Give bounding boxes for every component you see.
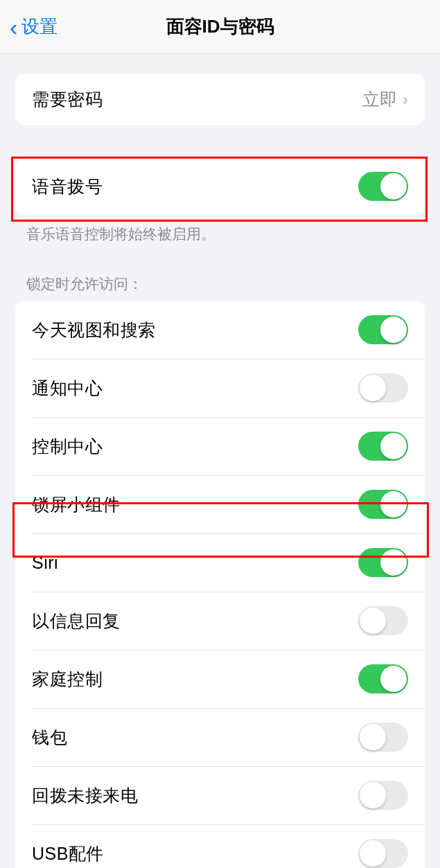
usb-accessories-row: USB配件 (15, 824, 425, 868)
notification-center-row: 通知中心 (15, 359, 425, 417)
message-reply-label: 以信息回复 (32, 610, 121, 632)
switch-knob (380, 549, 407, 576)
switch-knob (380, 666, 407, 692)
switch-knob (380, 317, 407, 343)
lock-widgets-label: 锁屏小组件 (32, 493, 121, 516)
callback-label: 回拨未接来电 (32, 784, 138, 807)
page-title: 面容ID与密码 (166, 15, 274, 39)
voice-dial-group: 语音拨号 (15, 157, 425, 215)
back-button[interactable]: ‹ 设置 (0, 15, 58, 39)
message-reply-row: 以信息回复 (15, 592, 425, 650)
home-control-label: 家庭控制 (32, 668, 103, 691)
usb-accessories-switch[interactable] (358, 839, 408, 868)
message-reply-switch[interactable] (358, 606, 408, 635)
switch-knob (380, 433, 407, 459)
notification-center-label: 通知中心 (32, 377, 103, 400)
siri-switch[interactable] (358, 548, 408, 577)
switch-knob (380, 491, 407, 517)
require-passcode-group: 需要密码 立即 › (15, 73, 425, 125)
home-control-row: 家庭控制 (15, 650, 425, 708)
voice-dial-row: 语音拨号 (15, 157, 425, 215)
require-passcode-row[interactable]: 需要密码 立即 › (15, 73, 425, 125)
callback-row: 回拨未接来电 (15, 766, 425, 824)
control-center-switch[interactable] (358, 432, 408, 461)
lock-widgets-switch[interactable] (358, 490, 408, 519)
allow-access-group: 今天视图和搜索通知中心控制中心锁屏小组件Siri以信息回复家庭控制钱包回拨未接来… (15, 301, 425, 868)
today-view-row: 今天视图和搜索 (15, 301, 425, 359)
notification-center-switch[interactable] (358, 373, 408, 402)
switch-knob (360, 840, 386, 867)
today-view-label: 今天视图和搜索 (32, 319, 156, 342)
wallet-label: 钱包 (32, 726, 67, 749)
require-passcode-value: 立即 › (362, 88, 408, 111)
home-control-switch[interactable] (358, 664, 408, 693)
callback-switch[interactable] (358, 781, 408, 810)
lock-widgets-row: 锁屏小组件 (15, 475, 425, 533)
require-passcode-label: 需要密码 (32, 88, 103, 111)
control-center-row: 控制中心 (15, 417, 425, 475)
usb-accessories-label: USB配件 (32, 842, 104, 865)
chevron-right-icon: › (403, 90, 408, 109)
siri-label: Siri (32, 553, 58, 573)
wallet-row: 钱包 (15, 708, 425, 766)
allow-access-header: 锁定时允许访问： (0, 274, 440, 301)
chevron-left-icon: ‹ (10, 15, 17, 39)
switch-knob (360, 375, 386, 401)
switch-knob (360, 724, 386, 750)
voice-dial-footer: 音乐语音控制将始终被启用。 (0, 215, 440, 244)
back-label: 设置 (21, 15, 58, 39)
switch-knob (360, 608, 386, 634)
navigation-bar: ‹ 设置 面容ID与密码 (0, 0, 440, 54)
switch-knob (360, 782, 386, 808)
siri-row: Siri (15, 533, 425, 592)
switch-knob (380, 173, 407, 200)
control-center-label: 控制中心 (32, 435, 103, 458)
wallet-switch[interactable] (358, 723, 408, 752)
voice-dial-label: 语音拨号 (32, 175, 103, 198)
voice-dial-switch[interactable] (358, 172, 408, 201)
today-view-switch[interactable] (358, 315, 408, 344)
